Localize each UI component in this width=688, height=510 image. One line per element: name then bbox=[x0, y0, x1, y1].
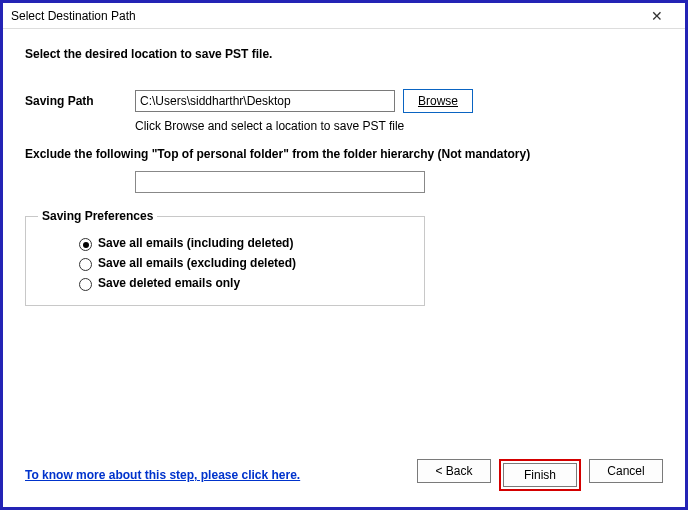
close-icon[interactable]: ✕ bbox=[637, 4, 677, 28]
cancel-button[interactable]: Cancel bbox=[589, 459, 663, 483]
help-link[interactable]: To know more about this step, please cli… bbox=[25, 468, 300, 482]
finish-button[interactable]: Finish bbox=[503, 463, 577, 487]
pref-radio-1[interactable] bbox=[79, 258, 92, 271]
pref-option-all-including-deleted[interactable]: Save all emails (including deleted) bbox=[74, 235, 412, 251]
finish-highlight: Finish bbox=[499, 459, 581, 491]
window-title: Select Destination Path bbox=[11, 9, 136, 23]
title-bar: Select Destination Path ✕ bbox=[3, 3, 685, 29]
browse-hint: Click Browse and select a location to sa… bbox=[135, 119, 663, 133]
page-heading: Select the desired location to save PST … bbox=[25, 47, 663, 61]
exclude-label: Exclude the following "Top of personal f… bbox=[25, 147, 663, 161]
exclude-input[interactable] bbox=[135, 171, 425, 193]
saving-path-input[interactable] bbox=[135, 90, 395, 112]
dialog-footer: To know more about this step, please cli… bbox=[25, 459, 663, 491]
back-button[interactable]: < Back bbox=[417, 459, 491, 483]
pref-label-2: Save deleted emails only bbox=[98, 276, 240, 290]
pref-option-all-excluding-deleted[interactable]: Save all emails (excluding deleted) bbox=[74, 255, 412, 271]
pref-label-0: Save all emails (including deleted) bbox=[98, 236, 293, 250]
saving-preferences-group: Saving Preferences Save all emails (incl… bbox=[25, 209, 425, 306]
pref-radio-0[interactable] bbox=[79, 238, 92, 251]
saving-path-label: Saving Path bbox=[25, 94, 135, 108]
browse-button[interactable]: Browse bbox=[403, 89, 473, 113]
pref-option-deleted-only[interactable]: Save deleted emails only bbox=[74, 275, 412, 291]
dialog-content: Select the desired location to save PST … bbox=[3, 29, 685, 316]
pref-label-1: Save all emails (excluding deleted) bbox=[98, 256, 296, 270]
saving-path-row: Saving Path Browse bbox=[25, 89, 663, 113]
saving-preferences-legend: Saving Preferences bbox=[38, 209, 157, 223]
pref-radio-2[interactable] bbox=[79, 278, 92, 291]
button-bar: < Back Finish Cancel bbox=[417, 459, 663, 491]
